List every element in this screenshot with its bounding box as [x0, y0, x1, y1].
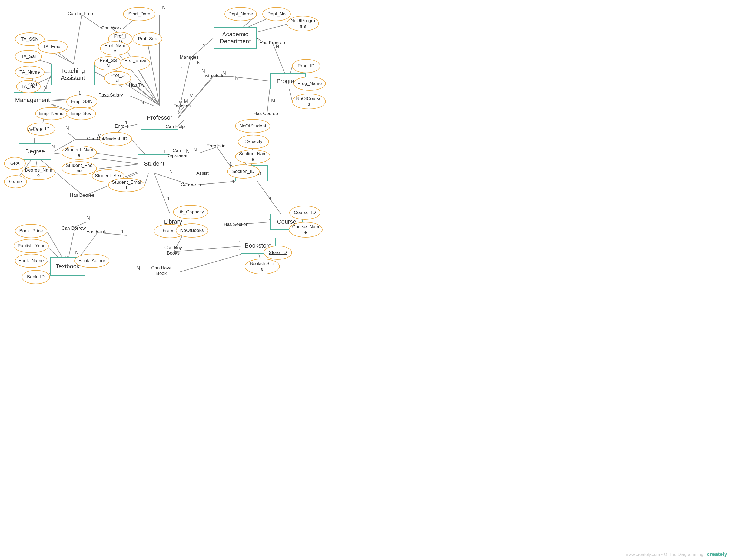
attr-capacity: Capacity [238, 135, 269, 149]
entity-academic-dept: Academic Department [214, 27, 257, 49]
attr-emp-name: Emp_Name [35, 107, 68, 120]
relationship-can-represent: CanRepresent [161, 146, 193, 161]
attr-store-id: Store_ID [264, 246, 292, 260]
svg-text:N: N [162, 5, 166, 11]
attr-degree-name: Degree_Name [22, 166, 55, 180]
svg-text:N: N [51, 144, 55, 149]
entity-management: Management [14, 92, 51, 108]
attr-prof-sex: Prof_Sex [133, 32, 162, 46]
er-diagram: N 1 1 N 1 N N 1 1 1 1 M N [0, 0, 730, 560]
svg-text:N: N [137, 266, 140, 271]
attr-prof-ssn: Prof_SSN [94, 56, 123, 70]
relationship-enrolls-in: Enrolls in [200, 139, 233, 153]
entity-degree: Degree [19, 143, 51, 160]
relationship-teaches: Teaches [167, 99, 198, 113]
relationship-can-obtain: Can Obtain [81, 132, 116, 146]
svg-text:N: N [141, 100, 144, 105]
entity-teaching-assistant: Teaching Assistant [51, 64, 95, 85]
relationship-manages: Manages [173, 50, 206, 64]
svg-text:N: N [268, 196, 271, 201]
relationship-has-degree: Has Degree [64, 189, 100, 202]
svg-text:M: M [271, 98, 275, 103]
relationship-can-have-book: Can HaveBook [144, 263, 179, 279]
attr-book-price: Book_Price [15, 224, 47, 238]
attr-noofbooks: NoOfBooks [176, 223, 208, 238]
svg-text:1: 1 [121, 229, 124, 234]
attr-booksinstore: BooksInStore [245, 259, 280, 274]
attr-noofcourses: NoOfCourses [292, 94, 326, 109]
attr-section-id: Section_ID [227, 164, 260, 179]
attr-prof-email: Prof_Email [120, 56, 150, 70]
attr-prog-name: Prog_Name [293, 77, 326, 91]
attr-grade: Grade [4, 175, 27, 188]
relationship-instructs-in: Instructs In [194, 69, 233, 83]
attr-noofstudent: NoOfStudent [235, 119, 270, 133]
attr-course-name: Course_Name [289, 222, 323, 238]
attr-section-name: Section_Name [235, 150, 270, 164]
attr-dept-no: Dept_No [262, 7, 291, 21]
svg-text:1: 1 [151, 96, 154, 101]
svg-text:N: N [235, 75, 239, 81]
svg-line-13 [147, 40, 160, 106]
relationship-pays-salary: Pays Salary [93, 88, 129, 102]
attr-course-id: Course_ID [289, 206, 321, 220]
svg-text:1: 1 [232, 179, 235, 185]
attr-ta-email: TA_Email [38, 40, 68, 54]
svg-text:1: 1 [167, 196, 170, 201]
relationship-enrolls: Enrolls [108, 120, 136, 133]
attr-book-name: Book_Name [15, 254, 47, 268]
relationship-awards: Awards [21, 123, 50, 137]
attr-lib-capacity: Lib_Capacity [173, 205, 208, 219]
attr-book-author: Book_Author [74, 254, 110, 268]
svg-text:N: N [75, 250, 79, 255]
svg-text:1: 1 [229, 161, 232, 167]
attr-prof-name: Prof_Name [100, 41, 130, 55]
svg-text:M: M [189, 93, 193, 98]
svg-line-5 [73, 15, 82, 66]
relationship-has-program: Has Program [253, 36, 293, 50]
attr-publish-year: Publish_Year [14, 239, 49, 253]
attr-start-date: Start_Date [123, 7, 156, 21]
relationship-can-work: Can Work [94, 21, 129, 35]
attr-dept-name: Dept_Name [225, 7, 257, 21]
relationship-has-course: Has Course [248, 107, 283, 120]
attr-student-phone: Student_Phone [62, 161, 97, 175]
diagram-lines: N 1 1 N 1 N N 1 1 1 1 M N [0, 0, 730, 560]
svg-text:N: N [65, 126, 69, 131]
svg-text:1: 1 [181, 66, 183, 71]
attr-gpa: GPA [4, 157, 26, 170]
relationship-can-buy-books: Can BuyBooks [156, 243, 190, 258]
svg-line-58 [233, 77, 270, 81]
relationship-can-be-in: Can Be In [175, 178, 207, 192]
attr-student-email: Student_Email [108, 178, 145, 192]
attr-ta-sal: TA_Sal [15, 50, 42, 63]
relationship-has-section: Has Section [219, 218, 254, 231]
attr-book-id: Book_ID [22, 270, 50, 284]
attr-prog-id: Prog_ID [292, 59, 321, 73]
attr-noofprograms: NoOfPrograms [287, 16, 319, 31]
watermark: www.creately.com • Online Diagramming | … [625, 551, 727, 557]
relationship-can-help: Can Help [159, 120, 192, 133]
attr-ta-name: TA_Name [15, 66, 45, 79]
attr-emp-sex: Emp_Sex [66, 107, 96, 120]
relationship-can-be-from: Can be From [60, 6, 102, 22]
attr-student-name: Student_Name [62, 146, 97, 160]
relationship-pays: Pays [20, 78, 45, 91]
svg-text:N: N [193, 147, 197, 153]
svg-text:1: 1 [203, 43, 206, 48]
svg-line-76 [68, 133, 76, 139]
svg-text:N: N [87, 215, 90, 221]
